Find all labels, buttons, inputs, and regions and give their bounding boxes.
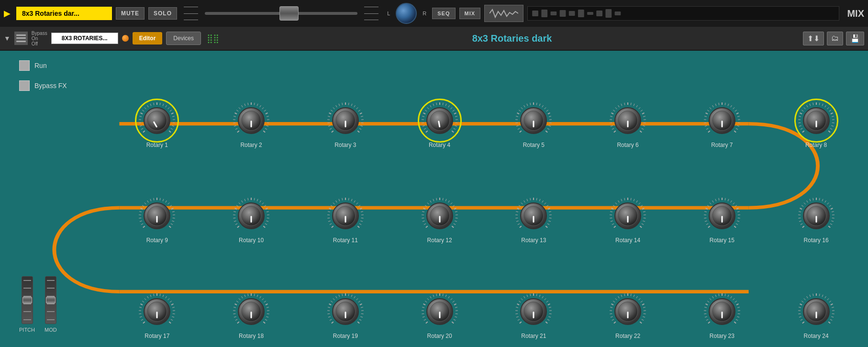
svg-line-36 <box>172 125 175 126</box>
svg-line-519 <box>516 307 519 308</box>
rotary-knob-9[interactable] <box>138 197 176 235</box>
svg-line-454 <box>260 296 261 298</box>
svg-line-214 <box>143 226 145 228</box>
rotary-knob-13[interactable] <box>514 197 553 235</box>
rotary-body-11 <box>332 202 359 229</box>
mod-slider[interactable] <box>45 276 56 324</box>
svg-line-233 <box>172 212 175 212</box>
svg-line-430 <box>168 298 169 300</box>
devices-button[interactable]: Devices <box>166 32 201 45</box>
svg-line-447 <box>239 298 240 300</box>
rotary-indicator-22 <box>627 312 629 318</box>
rotary-label-24: Rotary 24 <box>804 333 829 339</box>
rotary-knob-6[interactable] <box>609 101 647 140</box>
svg-line-150 <box>624 102 625 105</box>
rotary-knob-7[interactable] <box>703 101 741 140</box>
svg-line-481 <box>358 301 360 302</box>
seq-button[interactable]: SEQ <box>432 8 455 19</box>
play-button[interactable]: ▶ <box>4 8 11 19</box>
svg-line-527 <box>537 294 537 296</box>
rotary-knob-4[interactable] <box>421 101 459 140</box>
rotary-knob-18[interactable] <box>232 292 270 331</box>
rotary-knob-1[interactable] <box>138 101 176 140</box>
rotary-knob-24[interactable] <box>797 292 835 331</box>
rotary-knob-15[interactable] <box>703 197 741 235</box>
svg-line-557 <box>642 304 645 305</box>
svg-line-14 <box>143 131 145 132</box>
rotary-knob-12[interactable] <box>421 197 459 235</box>
svg-line-239 <box>237 226 239 228</box>
folder-button[interactable]: 🗂 <box>827 32 843 45</box>
main-knob[interactable] <box>396 3 417 24</box>
rotary-inner-13 <box>523 206 544 226</box>
rotary-knob-11[interactable] <box>326 197 365 235</box>
svg-line-231 <box>170 205 172 207</box>
mute-button[interactable]: MUTE <box>116 7 145 20</box>
fader-track[interactable] <box>205 12 357 15</box>
svg-line-582 <box>736 304 739 305</box>
waveform-button[interactable] <box>484 5 523 22</box>
rotary-knob-21[interactable] <box>514 292 553 331</box>
svg-line-140 <box>612 128 614 129</box>
rotary-knob-17[interactable] <box>138 292 176 331</box>
svg-line-32 <box>171 113 174 114</box>
run-label: Run <box>34 62 47 69</box>
mod-handle[interactable] <box>46 297 56 303</box>
rotary-cell-9: Rotary 9 <box>110 151 204 247</box>
rotary-knob-5[interactable] <box>514 101 553 140</box>
svg-line-71 <box>331 110 333 111</box>
svg-line-588 <box>734 322 736 323</box>
fader-handle[interactable] <box>279 6 299 21</box>
arrow-down-icon[interactable]: ▼ <box>4 34 11 42</box>
rotary-knob-16[interactable] <box>797 197 835 235</box>
preset-icon[interactable] <box>14 32 28 45</box>
svg-line-379 <box>731 201 732 202</box>
rotary-knob-14[interactable] <box>609 197 647 235</box>
bypass-fx-checkbox[interactable] <box>19 80 30 91</box>
rotary-label-2: Rotary 2 <box>240 142 262 148</box>
svg-line-608 <box>832 307 834 308</box>
svg-line-537 <box>547 319 549 320</box>
pitch-handle[interactable] <box>22 297 32 303</box>
rotary-knob-23[interactable] <box>703 292 741 331</box>
svg-line-396 <box>801 205 803 207</box>
svg-line-246 <box>236 205 238 207</box>
svg-line-547 <box>615 298 617 300</box>
svg-line-261 <box>266 221 268 222</box>
rotary-knob-2[interactable] <box>232 101 270 140</box>
rotary-knob-20[interactable] <box>421 292 459 331</box>
svg-line-198 <box>806 105 808 107</box>
rotary-knob-3[interactable] <box>326 101 365 140</box>
mix-button[interactable]: MIX <box>459 8 481 19</box>
svg-line-366 <box>705 221 707 222</box>
rotary-knob-22[interactable] <box>609 292 647 331</box>
up-down-button[interactable]: ⬆⬇ <box>803 32 824 45</box>
svg-line-155 <box>639 107 640 109</box>
rotary-knob-10[interactable] <box>232 197 270 235</box>
svg-line-320 <box>517 208 520 209</box>
svg-line-488 <box>357 322 359 323</box>
pitch-slider[interactable] <box>22 276 33 324</box>
editor-button[interactable]: Editor <box>133 32 163 45</box>
save-button[interactable]: 💾 <box>846 32 864 45</box>
run-checkbox[interactable] <box>19 60 30 71</box>
svg-line-483 <box>361 307 363 308</box>
svg-line-562 <box>642 319 644 320</box>
rotary-cell-6: Rotary 6 <box>581 56 675 151</box>
svg-line-417 <box>139 313 142 314</box>
plugin-name-box[interactable]: 8X3 ROTARIES... <box>51 33 118 44</box>
svg-line-316 <box>516 221 519 222</box>
svg-line-438 <box>169 322 171 323</box>
rotary-knob-8[interactable] <box>797 101 835 140</box>
track-name[interactable]: 8x3 Rotaries dar... <box>16 7 112 20</box>
rotary-indicator-4 <box>438 121 440 127</box>
rotary-body-6 <box>614 107 641 134</box>
rotary-indicator-1 <box>153 121 158 128</box>
svg-line-255 <box>262 203 264 205</box>
rotary-label-19: Rotary 19 <box>333 333 358 339</box>
fader-area[interactable] <box>205 4 357 23</box>
svg-line-141 <box>611 125 613 126</box>
rotary-knob-19[interactable] <box>326 292 365 331</box>
svg-line-138 <box>546 131 548 132</box>
solo-button[interactable]: SOLO <box>148 7 177 20</box>
